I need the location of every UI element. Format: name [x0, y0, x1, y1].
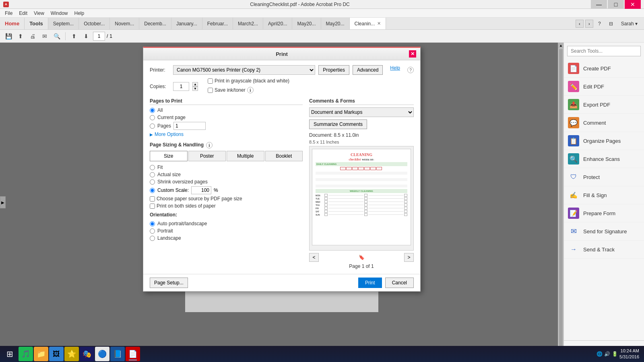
tab-home[interactable]: Home	[0, 18, 25, 29]
menu-help[interactable]: Help	[71, 10, 88, 17]
dialog-close-button[interactable]: ✕	[409, 50, 416, 58]
tab-doc-7[interactable]: April20...	[263, 18, 292, 29]
tab-tools[interactable]: Tools	[25, 18, 48, 29]
properties-button[interactable]: Properties	[318, 65, 349, 75]
radio-current[interactable]	[150, 115, 155, 120]
tab-next-btn[interactable]: ›	[585, 20, 593, 28]
radio-auto-portrait[interactable]	[150, 221, 155, 226]
tool-send-signature[interactable]: ✉ Send for Signature	[564, 222, 644, 241]
tab-doc-6[interactable]: March2...	[233, 18, 263, 29]
print-icon[interactable]: 🖨	[27, 31, 38, 41]
radio-actual[interactable]	[150, 172, 155, 177]
radio-shrink[interactable]	[150, 179, 155, 185]
close-button[interactable]: ✕	[625, 0, 641, 9]
taskbar-photos[interactable]: 🖼	[49, 347, 64, 361]
tab-doc-2[interactable]: Novem...	[110, 18, 139, 29]
preview-next-btn[interactable]: >	[404, 253, 414, 262]
tab-doc-3[interactable]: Decemb...	[139, 18, 171, 29]
taskbar-star[interactable]: ⭐	[64, 347, 79, 361]
volume-icon: 🔊	[604, 351, 610, 357]
menu-file[interactable]: File	[2, 10, 16, 17]
tab-close-icon[interactable]: ✕	[377, 21, 381, 26]
taskbar-photoshop[interactable]: 🎭	[80, 347, 94, 361]
advanced-button[interactable]: Advanced	[353, 65, 383, 75]
tab-doc-8[interactable]: May20...	[292, 18, 321, 29]
radio-fit[interactable]	[150, 165, 155, 170]
radio-custom[interactable]	[150, 188, 155, 193]
search-icon[interactable]: 🔍	[52, 31, 62, 41]
tab-doc-active[interactable]: Cleanin... ✕	[350, 18, 386, 29]
menu-window[interactable]: Window	[47, 10, 71, 17]
both-sides-checkbox[interactable]	[150, 204, 155, 209]
sizing-info-icon[interactable]: ℹ	[206, 142, 213, 148]
start-button[interactable]: ⊞	[2, 347, 18, 361]
tab-doc-9[interactable]: May20...	[321, 18, 350, 29]
taskbar-word[interactable]: 📘	[110, 347, 125, 361]
cancel-button[interactable]: Cancel	[385, 278, 414, 288]
more-options[interactable]: ▶ More Options	[150, 132, 303, 137]
tool-edit-pdf[interactable]: ✏️ Edit PDF	[564, 78, 644, 96]
taskbar-chrome[interactable]: 🔵	[95, 347, 109, 361]
scale-input[interactable]	[191, 186, 211, 194]
page-input[interactable]	[93, 32, 105, 41]
menu-view[interactable]: View	[31, 10, 47, 17]
upload-icon[interactable]: ⬆	[15, 31, 26, 41]
copies-down[interactable]: ▼	[192, 86, 198, 91]
sys-tray-icons: 🌐 🔊 🔋	[597, 351, 618, 357]
printer-select[interactable]: Canon MG7500 series Printer (Copy 2)	[173, 65, 315, 75]
radio-landscape[interactable]	[150, 236, 155, 241]
tab-doc-4[interactable]: January...	[171, 18, 202, 29]
search-tools-input[interactable]	[567, 46, 641, 56]
print-button[interactable]: Print	[358, 278, 382, 288]
comment-icon: 💬	[568, 117, 579, 128]
tool-create-pdf[interactable]: 📄 Create PDF	[564, 60, 644, 78]
maximize-button[interactable]: □	[608, 0, 624, 9]
taskbar-explorer[interactable]: 📁	[34, 347, 48, 361]
taskbar-spotify[interactable]: 🎵	[19, 347, 33, 361]
save-icon[interactable]: 💾	[3, 31, 14, 41]
prev-page-icon[interactable]: ⬆	[69, 31, 79, 41]
radio-portrait[interactable]	[150, 228, 155, 234]
minimize-button[interactable]: —	[591, 0, 607, 9]
tool-comment[interactable]: 💬 Comment	[564, 114, 644, 132]
copies-input[interactable]	[173, 82, 189, 91]
poster-tab[interactable]: Poster	[188, 151, 226, 161]
tool-send-track[interactable]: → Send & Track	[564, 241, 644, 259]
tool-organize-pages[interactable]: 📋 Organize Pages	[564, 132, 644, 150]
save-ink-checkbox[interactable]	[208, 88, 213, 93]
grayscale-checkbox[interactable]	[208, 78, 213, 84]
help-button[interactable]: ?	[595, 21, 604, 27]
comments-select[interactable]: Document and Markups	[309, 107, 414, 117]
create-pdf-label: Create PDF	[583, 66, 611, 72]
account-icon[interactable]: ⊟	[606, 21, 616, 27]
tab-prev-btn[interactable]: ‹	[576, 20, 584, 28]
radio-all[interactable]	[150, 108, 155, 113]
tool-enhance-scans[interactable]: 🔍 Enhance Scans	[564, 150, 644, 168]
tool-fill-sign[interactable]: ✍ Fill & Sign	[564, 186, 644, 204]
choose-paper-checkbox[interactable]	[150, 196, 155, 202]
help-link[interactable]: Help	[386, 65, 404, 75]
tool-protect[interactable]: 🛡 Protect	[564, 168, 644, 186]
preview-prev-btn[interactable]: <	[309, 253, 319, 262]
page-setup-button[interactable]: Page Setup...	[150, 278, 188, 288]
help-info-icon[interactable]: ?	[407, 67, 414, 73]
tab-doc-5[interactable]: Februar...	[202, 18, 233, 29]
multiple-tab[interactable]: Multiple	[227, 151, 264, 161]
summarize-button[interactable]: Summarize Comments	[309, 119, 367, 129]
menu-edit[interactable]: Edit	[16, 10, 31, 17]
tab-doc-0[interactable]: Septem...	[48, 18, 79, 29]
copies-up[interactable]: ▲	[192, 82, 198, 86]
save-ink-info-icon[interactable]: ℹ	[247, 87, 254, 93]
tool-prepare-form[interactable]: 📝 Prepare Form	[564, 204, 644, 222]
pages-range-input[interactable]	[173, 122, 206, 130]
next-page-icon[interactable]: ⬇	[81, 31, 91, 41]
booklet-tab[interactable]: Booklet	[265, 151, 303, 161]
user-account[interactable]: Sarah ▾	[618, 21, 641, 27]
radio-pages[interactable]	[150, 123, 155, 129]
email-icon[interactable]: ✉	[39, 31, 50, 41]
size-tab[interactable]: Size	[150, 151, 188, 161]
tool-export-pdf[interactable]: 📤 Export PDF	[564, 96, 644, 114]
custom-scale-label: Custom Scale:	[157, 187, 189, 193]
tab-doc-1[interactable]: October...	[79, 18, 110, 29]
taskbar-acrobat[interactable]: 📄	[126, 347, 140, 361]
